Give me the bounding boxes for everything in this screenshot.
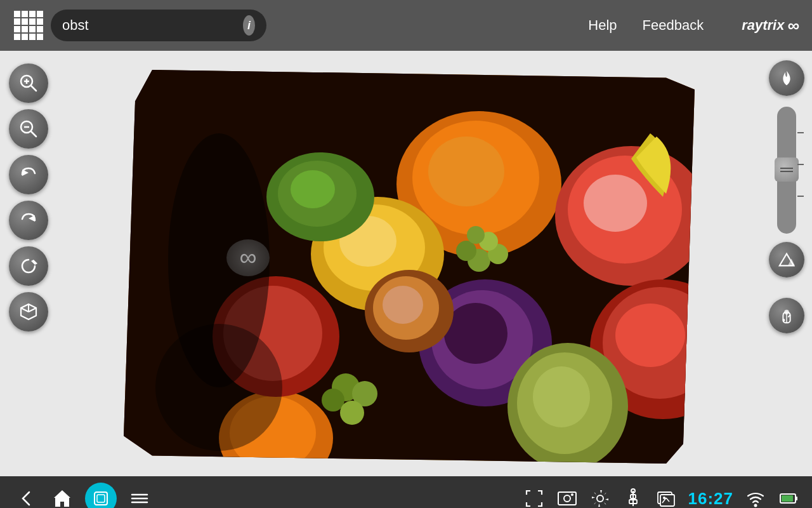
right-toolbar <box>761 51 812 451</box>
feedback-button[interactable]: Feedback <box>643 17 704 34</box>
svg-point-29 <box>615 304 685 367</box>
cube-icon <box>18 302 39 322</box>
usb-icon <box>622 488 644 508</box>
svg-rect-74 <box>660 495 674 506</box>
svg-line-13 <box>21 308 29 312</box>
mountain-icon <box>777 250 796 269</box>
infinity-watermark: ∞ <box>226 239 270 276</box>
left-toolbar <box>0 51 57 451</box>
touch-mode-button[interactable] <box>769 298 804 333</box>
touch-icon <box>777 306 796 325</box>
search-bar: i <box>51 10 266 41</box>
svg-point-78 <box>754 504 757 507</box>
fullscreen-icon <box>524 488 544 508</box>
svg-marker-9 <box>31 260 37 265</box>
wifi-icon-svg <box>746 490 765 507</box>
slider-tick <box>797 196 804 197</box>
render-button[interactable] <box>769 60 804 96</box>
help-button[interactable]: Help <box>588 17 617 34</box>
redo-icon <box>18 210 39 231</box>
top-navigation: Help Feedback raytrix ∞ <box>588 16 799 36</box>
svg-point-53 <box>155 324 282 451</box>
usb-icon-svg <box>624 488 642 508</box>
svg-point-38 <box>340 401 364 425</box>
svg-point-68 <box>597 495 603 502</box>
svg-point-41 <box>533 366 590 427</box>
bottom-bar: 16:27 <box>0 476 812 508</box>
slider-tick <box>797 132 804 133</box>
svg-rect-81 <box>782 495 793 502</box>
fruit-svg-overlay <box>124 70 695 464</box>
svg-point-34 <box>467 226 485 244</box>
images-icon <box>657 489 676 508</box>
slider-tick <box>797 164 804 165</box>
undo-button[interactable] <box>9 155 48 194</box>
zoom-out-icon <box>18 119 39 139</box>
depth-slider[interactable] <box>777 107 796 234</box>
gear-icon <box>591 489 610 508</box>
fruit-image: ∞ <box>124 70 695 464</box>
slider-grip <box>780 168 793 172</box>
brand-infinity-icon: ∞ <box>787 16 799 36</box>
svg-point-77 <box>663 497 665 499</box>
svg-rect-61 <box>97 495 105 502</box>
home-icon <box>51 488 73 508</box>
svg-marker-59 <box>54 490 70 507</box>
grid-menu-button[interactable] <box>13 10 44 41</box>
back-button[interactable] <box>13 485 39 508</box>
image-container: ∞ <box>57 57 761 476</box>
svg-point-32 <box>456 241 476 261</box>
landscape-button[interactable] <box>769 242 804 277</box>
screenshot-icon[interactable] <box>556 488 578 508</box>
brand-name: raytrix <box>742 17 784 34</box>
battery-icon-svg <box>779 490 798 507</box>
main-area: ∞ <box>0 51 812 476</box>
svg-point-66 <box>564 495 570 502</box>
reset-button[interactable] <box>9 246 48 286</box>
svg-point-17 <box>428 137 504 206</box>
svg-point-67 <box>571 493 573 496</box>
svg-line-6 <box>31 131 36 137</box>
svg-point-26 <box>444 303 508 364</box>
redo-button[interactable] <box>9 201 48 240</box>
svg-marker-55 <box>788 258 795 265</box>
svg-marker-8 <box>29 215 35 222</box>
brand-logo: raytrix ∞ <box>742 16 799 36</box>
zoom-in-icon <box>18 73 39 93</box>
gallery-icon[interactable] <box>655 488 677 508</box>
menu-button[interactable] <box>126 485 153 508</box>
svg-rect-60 <box>95 492 107 505</box>
svg-marker-7 <box>22 170 29 176</box>
svg-point-46 <box>291 170 335 208</box>
svg-point-51 <box>383 286 423 324</box>
zoom-in-button[interactable] <box>9 64 48 103</box>
expand-icon[interactable] <box>523 488 545 508</box>
zoom-out-button[interactable] <box>9 109 48 149</box>
battery-icon <box>778 488 799 508</box>
home-button[interactable] <box>49 485 75 508</box>
wifi-icon <box>745 488 766 508</box>
flame-icon <box>777 69 796 88</box>
clock: 16:27 <box>688 489 734 509</box>
photo-icon <box>557 488 577 508</box>
bottom-status-bar: 16:27 <box>523 488 800 508</box>
svg-line-3 <box>31 86 36 91</box>
cube-button[interactable] <box>9 292 48 331</box>
info-icon[interactable]: i <box>243 15 255 36</box>
slider-thumb[interactable] <box>775 157 799 182</box>
recent-apps-button[interactable] <box>85 483 117 508</box>
svg-rect-80 <box>796 497 797 500</box>
recent-apps-icon <box>92 490 110 507</box>
reset-icon <box>18 256 39 276</box>
fruit-canvas: ∞ <box>124 70 695 464</box>
undo-icon <box>18 164 39 185</box>
svg-line-12 <box>29 308 36 312</box>
back-icon <box>16 489 36 508</box>
menu-icon <box>129 488 150 508</box>
top-bar: i Help Feedback raytrix ∞ <box>0 0 812 51</box>
svg-point-20 <box>584 175 647 232</box>
search-input[interactable] <box>62 17 237 34</box>
svg-rect-65 <box>558 492 576 505</box>
settings-icon[interactable] <box>589 488 611 508</box>
